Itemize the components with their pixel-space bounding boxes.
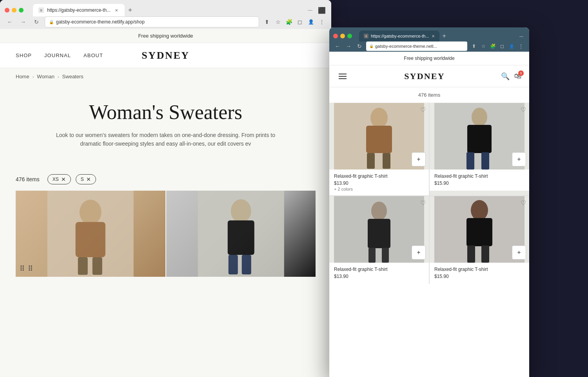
category-title: Woman's Sweaters [24,101,308,124]
browser-titlebar-overlay: S https://gatsby-ecommerce-th... ✕ + — [329,27,529,41]
wishlist-button-overlay-4[interactable]: ♡ [521,199,526,207]
traffic-light-minimize[interactable] [12,8,16,13]
product-card-overlay-4[interactable]: ♡ + Relaxed-fit graphic T-shirt $15.90 [430,196,529,284]
more-options-icon[interactable]: ⋮ [317,17,327,27]
breadcrumb-woman[interactable]: Woman [37,74,54,79]
forward-button-overlay[interactable]: → [344,42,353,51]
breadcrumb-home[interactable]: Home [16,74,29,79]
traffic-lights-main [5,8,24,13]
svg-rect-15 [367,153,375,169]
traffic-light-maximize-overlay[interactable] [347,34,352,38]
hamburger-menu-button[interactable] [337,72,348,81]
announcement-bar-overlay: Free shipping worldwide [329,52,529,65]
filter-chip-s[interactable]: S ✕ [76,174,96,184]
add-to-cart-button-overlay-3[interactable]: + [412,245,426,260]
wishlist-button-overlay-2[interactable]: ♡ [521,106,526,114]
announcement-text: Free shipping worldwide [138,33,193,39]
window-minimize-overlay[interactable]: — [517,32,525,40]
back-button-overlay[interactable]: ← [333,42,342,51]
add-to-cart-button-overlay-4[interactable]: + [512,245,526,260]
window-expand-icon[interactable]: ⬛ [317,5,327,15]
reload-button-overlay[interactable]: ↻ [355,42,364,51]
items-count-main: 476 items [16,176,40,182]
tab-title: https://gatsby-ecommerce-th... [47,7,111,13]
traffic-light-close-overlay[interactable] [333,34,338,38]
svg-rect-19 [467,125,492,153]
window-minimize-icon[interactable]: — [305,5,315,15]
address-bar-overlay[interactable]: 🔒 gatsby-ecommerce-theme.netl... [366,41,467,51]
grid-small-view-button[interactable]: ⠿ [20,264,25,273]
svg-point-1 [80,200,102,225]
search-button-overlay[interactable]: 🔍 [501,72,510,81]
product-image-2 [166,191,316,277]
tab-bar-main: S https://gatsby-ecommerce-th... ✕ + [33,4,302,16]
product-image-overlay-4: ♡ + [430,196,529,263]
svg-point-7 [230,199,251,223]
product-image-overlay-3: ♡ + [329,196,429,263]
breadcrumb-sweaters[interactable]: Sweaters [62,74,83,79]
product-price-overlay-3: $13.90 [334,274,424,279]
new-tab-button-overlay[interactable]: + [439,32,449,40]
extensions-icon-overlay[interactable]: 🧩 [488,42,497,51]
site-logo-overlay[interactable]: SYDNEY [404,71,445,81]
product-card-overlay-3[interactable]: ♡ + Relaxed-fit graphic T-shirt $13.90 [329,196,429,284]
add-to-cart-button-overlay-2[interactable]: + [512,152,526,166]
site-content-overlay: Free shipping worldwide SYDNEY 🔍 🛍 0 476… [329,52,529,377]
new-tab-button[interactable]: + [125,5,136,16]
add-to-cart-button-overlay-1[interactable]: + [412,152,426,166]
traffic-light-maximize[interactable] [19,8,24,13]
share-icon[interactable]: ⬆ [262,17,272,27]
hamburger-line-2 [339,76,347,77]
products-grid-main: ⠿ ⠿ [0,191,331,277]
svg-point-12 [370,108,388,128]
profile-icon-overlay[interactable]: 👤 [507,42,516,51]
share-icon-overlay[interactable]: ⬆ [470,42,478,51]
browser-tab-active[interactable]: S https://gatsby-ecommerce-th... ✕ [33,4,125,16]
wishlist-button-overlay-3[interactable]: ♡ [420,199,426,207]
cart-button-overlay[interactable]: 🛍 0 [514,72,521,80]
back-button[interactable]: ← [5,17,15,27]
tab-favicon: S [38,7,44,13]
filter-chip-xs[interactable]: XS ✕ [47,174,71,184]
tab-close-overlay[interactable]: ✕ [432,34,435,38]
traffic-light-close[interactable] [5,8,9,13]
browser-titlebar-main: S https://gatsby-ecommerce-th... ✕ + — ⬛ [0,0,331,16]
nav-shop[interactable]: SHOP [16,52,32,58]
product-image-overlay-2: ♡ + [430,103,529,170]
filter-chip-s-close[interactable]: ✕ [86,177,91,182]
browser-toolbar-main: ← → ↻ 🔒 gatsby-ecommerce-theme.netlify.a… [0,16,331,31]
traffic-light-minimize-overlay[interactable] [340,34,345,38]
wishlist-button-overlay-1[interactable]: ♡ [420,106,426,114]
window-icon-overlay[interactable]: ◻ [498,42,506,51]
browser-tab-overlay-active[interactable]: S https://gatsby-ecommerce-th... ✕ [359,31,439,41]
site-logo-main[interactable]: SYDNEY [142,50,190,61]
profile-icon[interactable]: 👤 [306,17,316,27]
more-options-icon-overlay[interactable]: ⋮ [517,42,525,51]
products-bar: 476 items XS ✕ S ✕ [0,168,331,191]
tab-favicon-overlay: S [364,34,368,38]
grid-large-view-button[interactable]: ⠿ [28,264,33,273]
product-card-1[interactable]: ⠿ ⠿ [16,191,165,277]
svg-rect-24 [368,219,390,248]
product-card-overlay-2[interactable]: ♡ + Relaxed-fit graphic T-shirt $15.90 [430,103,529,195]
product-card-2[interactable] [166,191,316,277]
address-bar[interactable]: 🔒 gatsby-ecommerce-theme.netlify.app/sho… [45,16,259,27]
reload-button[interactable]: ↻ [31,17,42,27]
filter-chip-xs-close[interactable]: ✕ [61,177,66,182]
window-icon[interactable]: ◻ [295,17,305,27]
product-info-overlay-1: Relaxed-fit graphic T-shirt $13.90 + 2 c… [329,170,429,195]
product-card-overlay-1[interactable]: ♡ + Relaxed-fit graphic T-shirt $13.90 +… [329,103,429,195]
tab-close-button[interactable]: ✕ [114,7,119,13]
forward-button[interactable]: → [18,17,28,27]
svg-rect-8 [227,220,254,255]
bookmark-icon[interactable]: ☆ [273,17,283,27]
bookmark-icon-overlay[interactable]: ☆ [479,42,488,51]
nav-journal[interactable]: JOURNAL [44,52,71,58]
announcement-bar-main: Free shipping worldwide [0,29,331,43]
nav-about[interactable]: ABOUT [83,52,103,58]
browser-chrome-main: S https://gatsby-ecommerce-th... ✕ + — ⬛… [0,0,331,29]
browser-chrome-overlay: S https://gatsby-ecommerce-th... ✕ + — ←… [329,27,529,52]
toolbar-actions: ⬆ ☆ 🧩 ◻ 👤 ⋮ [262,17,327,27]
browser-toolbar-overlay: ← → ↻ 🔒 gatsby-ecommerce-theme.netl... ⬆… [329,41,529,53]
extensions-icon[interactable]: 🧩 [284,17,294,27]
